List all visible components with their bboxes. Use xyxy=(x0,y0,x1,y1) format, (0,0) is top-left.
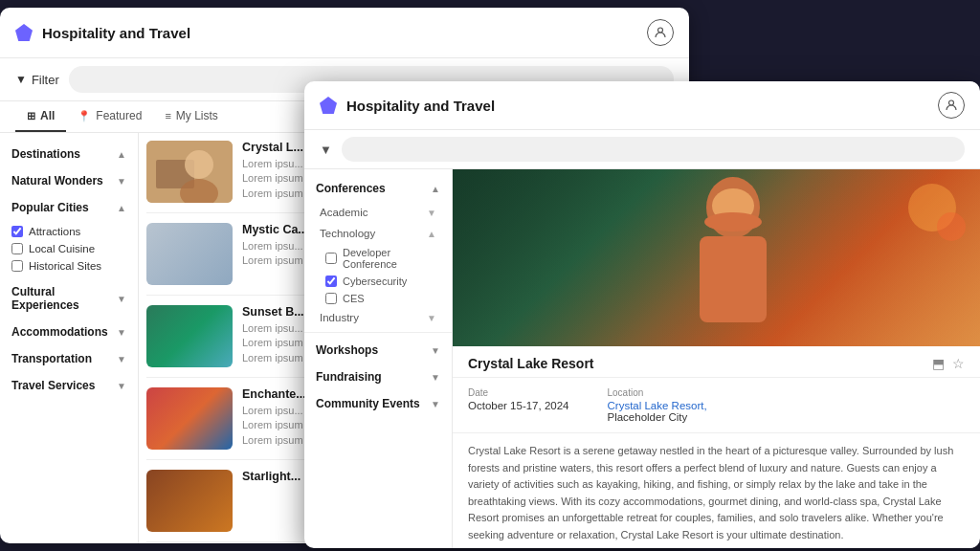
workshops-label: Workshops xyxy=(316,343,378,357)
front-app-icon xyxy=(320,97,337,114)
tab-all-label: All xyxy=(40,109,55,122)
sidebar-section-cultural: Cultural Experiences ▼ xyxy=(0,278,138,319)
front-title: Hospitality and Travel xyxy=(346,98,928,114)
sidebar-item-destinations[interactable]: Destinations ▲ xyxy=(0,141,138,167)
cybersecurity-check[interactable] xyxy=(325,276,337,287)
meta-location-col: Location Crystal Lake Resort, Placeholde… xyxy=(608,387,707,423)
sunset-image xyxy=(146,305,233,367)
workshops-chevron: ▼ xyxy=(431,345,440,356)
checkbox-attractions[interactable]: Attractions xyxy=(11,223,138,240)
cultural-chevron: ▼ xyxy=(117,294,126,304)
nav-developer-conference[interactable]: Developer Conference xyxy=(304,244,452,273)
svg-point-3 xyxy=(185,150,213,179)
nav-workshops[interactable]: Workshops ▼ xyxy=(304,337,452,364)
featured-icon: 📍 xyxy=(78,110,91,122)
ces-check[interactable] xyxy=(325,293,337,304)
ces-label: CES xyxy=(343,293,365,304)
svg-point-5 xyxy=(949,100,954,105)
mylists-icon: ≡ xyxy=(165,110,170,121)
cultural-label: Cultural Experiences xyxy=(11,285,117,312)
travel-services-label: Travel Services xyxy=(11,379,95,392)
historical-label: Historical Sites xyxy=(29,260,101,272)
sidebar-section-transportation: Transportation ▼ xyxy=(0,345,138,372)
detail-bookmark-button[interactable]: ☆ xyxy=(952,356,965,371)
tab-mylists[interactable]: ≡ My Lists xyxy=(153,101,229,132)
academic-label: Academic xyxy=(320,207,368,218)
detail-meta: Date October 15-17, 2024 Location Crysta… xyxy=(453,378,980,433)
cities-sub: Attractions Local Cuisine Historical Sit… xyxy=(0,221,138,278)
destinations-label: Destinations xyxy=(11,147,80,161)
nav-industry[interactable]: Industry ▼ xyxy=(304,307,452,328)
checkbox-historical[interactable]: Historical Sites xyxy=(11,257,138,275)
nav-fundraising[interactable]: Fundraising ▼ xyxy=(304,364,452,390)
accommodations-label: Accommodations xyxy=(11,325,108,339)
nav-ces[interactable]: CES xyxy=(304,290,452,307)
card-thumb-enchanted xyxy=(146,387,233,450)
svg-point-0 xyxy=(658,28,663,33)
fundraising-chevron: ▼ xyxy=(431,372,440,383)
conferences-label: Conferences xyxy=(316,182,386,195)
hero-person-svg xyxy=(671,169,795,346)
front-filter-bar: ▼ xyxy=(304,130,980,169)
detail-title: Crystal Lake Resort xyxy=(468,356,932,371)
back-sidebar: Destinations ▲ Natural Wonders ▼ Popular… xyxy=(0,133,139,543)
nav-technology[interactable]: Technology ▲ xyxy=(304,223,452,244)
mystic-image xyxy=(146,223,233,285)
starlight-image xyxy=(146,470,233,532)
tab-featured[interactable]: 📍 Featured xyxy=(66,101,153,132)
sidebar-item-travel-services[interactable]: Travel Services ▼ xyxy=(0,372,138,399)
sidebar-item-accommodations[interactable]: Accommodations ▼ xyxy=(0,319,138,345)
cuisine-label: Local Cuisine xyxy=(29,243,95,254)
nav-community-events[interactable]: Community Events ▼ xyxy=(304,390,452,417)
card-thumb-mystic xyxy=(146,223,233,285)
cuisine-check[interactable] xyxy=(11,243,23,254)
front-search-bar[interactable] xyxy=(342,137,965,162)
location-line2: Placeholder City xyxy=(608,411,707,423)
sidebar-item-cultural[interactable]: Cultural Experiences ▼ xyxy=(0,278,138,319)
back-app-icon xyxy=(15,24,33,41)
sidebar-section-travel-services: Travel Services ▼ xyxy=(0,372,138,399)
all-icon: ⊞ xyxy=(27,110,35,122)
dev-conf-check[interactable] xyxy=(325,253,337,264)
nav-cybersecurity[interactable]: Cybersecurity xyxy=(304,273,452,290)
sidebar-item-natural[interactable]: Natural Wonders ▼ xyxy=(0,167,138,194)
back-user-icon[interactable] xyxy=(647,19,674,46)
front-inner: Hospitality and Travel ▼ Conferences ▲ A… xyxy=(304,81,980,548)
card-thumb-crystal xyxy=(146,141,233,203)
enchante-image xyxy=(146,387,233,450)
natural-chevron: ▼ xyxy=(117,176,126,187)
location-label: Location xyxy=(608,387,707,398)
fundraising-label: Fundraising xyxy=(316,370,382,384)
cybersecurity-label: Cybersecurity xyxy=(343,276,407,287)
transportation-label: Transportation xyxy=(11,352,92,365)
back-filter-button[interactable]: ▼ Filter xyxy=(15,73,59,87)
cities-label: Popular Cities xyxy=(11,201,89,214)
detail-share-button[interactable]: ⬒ xyxy=(932,356,945,371)
detail-title-bar: Crystal Lake Resort ⬒ ☆ xyxy=(453,346,980,378)
front-filter-icon: ▼ xyxy=(320,143,332,157)
card-thumb-starlight xyxy=(146,470,233,532)
tab-all[interactable]: ⊞ All xyxy=(15,101,66,132)
back-title: Hospitality and Travel xyxy=(42,25,637,41)
filter-label: Filter xyxy=(32,73,59,87)
nav-academic[interactable]: Academic ▼ xyxy=(304,202,452,223)
front-window: Hospitality and Travel ▼ Conferences ▲ A… xyxy=(304,81,980,548)
nav-divider-1 xyxy=(304,332,452,333)
tab-featured-label: Featured xyxy=(96,109,142,122)
tab-mylists-label: My Lists xyxy=(176,109,218,122)
sidebar-item-transportation[interactable]: Transportation ▼ xyxy=(0,345,138,372)
historical-check[interactable] xyxy=(11,260,23,272)
sidebar-section-cities: Popular Cities ▲ Attractions Local Cuisi… xyxy=(0,194,138,278)
attractions-check[interactable] xyxy=(11,226,23,237)
front-user-icon[interactable] xyxy=(938,92,965,119)
conferences-chevron: ▲ xyxy=(431,184,440,194)
checkbox-local-cuisine[interactable]: Local Cuisine xyxy=(11,240,138,257)
nav-conferences[interactable]: Conferences ▲ xyxy=(304,175,452,202)
community-events-label: Community Events xyxy=(316,397,420,410)
industry-label: Industry xyxy=(320,312,359,323)
sidebar-item-cities[interactable]: Popular Cities ▲ xyxy=(0,194,138,221)
natural-label: Natural Wonders xyxy=(11,174,103,187)
transportation-chevron: ▼ xyxy=(117,354,126,364)
sidebar-section-accommodations: Accommodations ▼ xyxy=(0,319,138,345)
detail-hero-image xyxy=(453,169,980,346)
